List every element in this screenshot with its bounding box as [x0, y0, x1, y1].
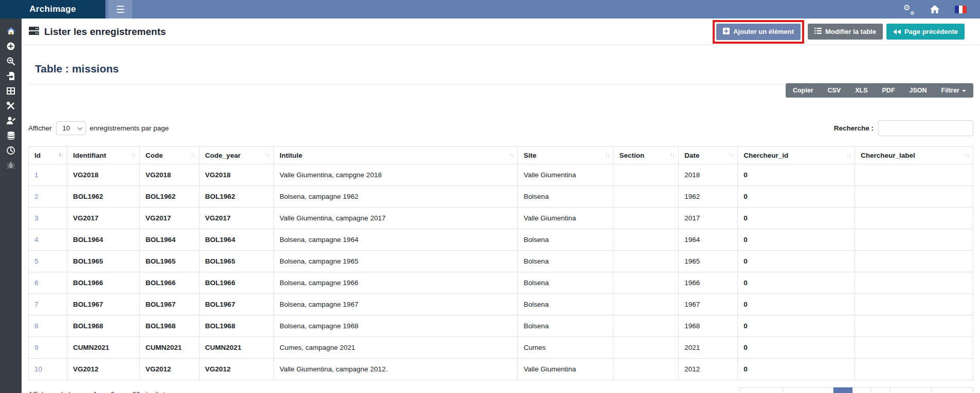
page-button-précédente[interactable]: Précédente [783, 387, 833, 393]
cell-chercheur_label [855, 186, 973, 208]
cell-id: 8 [29, 315, 67, 337]
table-row: 8BOL1968BOL1968BOL1968Bolsena, campagne … [29, 315, 973, 337]
page-button-suivante[interactable]: Suivante [890, 387, 932, 393]
cell-date: 2017 [679, 208, 738, 229]
file-export-icon [7, 72, 15, 80]
sidebar-item-tables[interactable] [0, 83, 22, 98]
cell-chercheur_id: 0 [738, 208, 855, 229]
record-id-link[interactable]: 1 [34, 171, 39, 179]
settings-gears-icon[interactable]: ⚙⚙ [903, 5, 915, 14]
cell-code_year: CUMN2021 [199, 337, 274, 359]
cell-id: 3 [29, 208, 67, 229]
page-button-3[interactable]: 3 [871, 387, 890, 393]
filter-dropdown-button[interactable]: Filtrer [934, 83, 973, 98]
record-id-link[interactable]: 2 [34, 193, 39, 200]
export-copier-button[interactable]: Copier [786, 83, 821, 98]
cell-chercheur_label [855, 337, 973, 359]
record-id-link[interactable]: 3 [34, 214, 39, 222]
user-edit-icon [7, 117, 15, 124]
cell-code: BOL1964 [139, 229, 199, 251]
cell-chercheur_label [855, 315, 973, 337]
sidebar-item-users[interactable] [0, 113, 22, 128]
hamburger-menu-icon[interactable]: ☰ [108, 0, 132, 18]
cell-code_year: BOL1968 [199, 315, 274, 337]
export-xls-button[interactable]: XLS [848, 83, 875, 98]
column-header-intitule[interactable]: Intitule↑↓ [274, 147, 518, 164]
flag-france-icon[interactable] [955, 6, 967, 13]
double-left-arrow-icon [893, 29, 901, 34]
page-button-dernière[interactable]: Dernière [932, 387, 973, 393]
sidebar-item-tools[interactable] [0, 98, 22, 113]
cell-code: VG2017 [139, 208, 199, 229]
column-header-chercheur_label[interactable]: Chercheur_label↑↓ [855, 147, 973, 164]
page-header: Lister les enregistrements Ajouter un él… [22, 18, 980, 45]
sidebar-item-home[interactable] [0, 24, 22, 39]
sidebar-item-bug[interactable] [0, 158, 22, 173]
page-button-2[interactable]: 2 [852, 387, 872, 393]
cell-date: 1965 [679, 251, 738, 272]
records-table: Id↑↓Identifiant↑↓Code↑↓Code_year↑↓Intitu… [28, 146, 973, 380]
table-row: 10VG2012VG2012VG2012Valle Giumentina, ca… [29, 359, 973, 380]
sidebar-item-search[interactable] [0, 53, 22, 68]
cell-code_year: VG2017 [199, 208, 274, 229]
search-input[interactable] [878, 120, 973, 136]
export-csv-button[interactable]: CSV [821, 83, 848, 98]
column-header-code_year[interactable]: Code_year↑↓ [199, 147, 274, 164]
cell-date: 2018 [679, 164, 738, 186]
cell-identifiant: BOL1967 [67, 294, 139, 315]
chevron-down-icon: 10 [56, 121, 86, 135]
cell-site: Valle Giumentina [518, 164, 613, 186]
cell-id: 10 [29, 359, 67, 380]
record-id-link[interactable]: 8 [34, 322, 39, 330]
column-header-identifiant[interactable]: Identifiant↑↓ [67, 147, 139, 164]
column-header-site[interactable]: Site↑↓ [518, 147, 613, 164]
cell-chercheur_label [855, 164, 973, 186]
cell-section [613, 359, 679, 380]
cell-id: 4 [29, 229, 67, 251]
cell-date: 2021 [679, 337, 738, 359]
cell-code: BOL1966 [139, 272, 199, 294]
cell-chercheur_label [855, 359, 973, 380]
cell-chercheur_id: 0 [738, 229, 855, 251]
column-header-date[interactable]: Date↑↓ [679, 147, 738, 164]
record-id-link[interactable]: 5 [34, 257, 39, 265]
cell-intitule: Valle Giumentina, campgne 2018 [274, 164, 518, 186]
sidebar-item-database[interactable] [0, 128, 22, 143]
sidebar-item-export[interactable] [0, 68, 22, 83]
cell-section [613, 272, 679, 294]
sidebar-item-add[interactable] [0, 39, 22, 53]
record-id-link[interactable]: 9 [34, 344, 39, 351]
app-brand[interactable]: Archimage [0, 0, 105, 18]
page-button-1[interactable]: 1 [833, 387, 852, 393]
cell-date: 1964 [679, 229, 738, 251]
cell-chercheur_id: 0 [738, 337, 855, 359]
cell-code: BOL1962 [139, 186, 199, 208]
cell-id: 1 [29, 164, 67, 186]
edit-table-button[interactable]: Modifier la table [808, 24, 883, 40]
cell-chercheur_label [855, 294, 973, 315]
record-id-link[interactable]: 7 [34, 301, 39, 308]
home-icon[interactable] [930, 5, 939, 13]
cell-chercheur_id: 0 [738, 315, 855, 337]
cell-id: 9 [29, 337, 67, 359]
sort-arrows-icon: ↑↓ [605, 152, 609, 158]
add-element-button[interactable]: Ajouter un élément [716, 24, 801, 40]
column-header-id[interactable]: Id↑↓ [29, 147, 67, 164]
record-id-link[interactable]: 4 [34, 236, 39, 244]
sidebar-item-history[interactable] [0, 143, 22, 158]
cell-identifiant: VG2012 [67, 359, 139, 380]
column-header-section[interactable]: Section↑↓ [613, 147, 679, 164]
column-header-code[interactable]: Code↑↓ [139, 147, 199, 164]
page-length-select[interactable]: 10 [56, 121, 86, 135]
cell-id: 5 [29, 251, 67, 272]
cell-identifiant: BOL1964 [67, 229, 139, 251]
cell-code: BOL1967 [139, 294, 199, 315]
export-json-button[interactable]: JSON [902, 83, 934, 98]
record-id-link[interactable]: 10 [34, 365, 42, 373]
export-pdf-button[interactable]: PDF [875, 83, 902, 98]
page-button-première[interactable]: Première [739, 387, 783, 393]
previous-page-button[interactable]: Page précédente [886, 24, 965, 40]
column-header-chercheur_id[interactable]: Chercheur_id↑↓ [738, 147, 855, 164]
cell-intitule: Bolsena, campagne 1962 [274, 186, 518, 208]
record-id-link[interactable]: 6 [34, 279, 39, 287]
